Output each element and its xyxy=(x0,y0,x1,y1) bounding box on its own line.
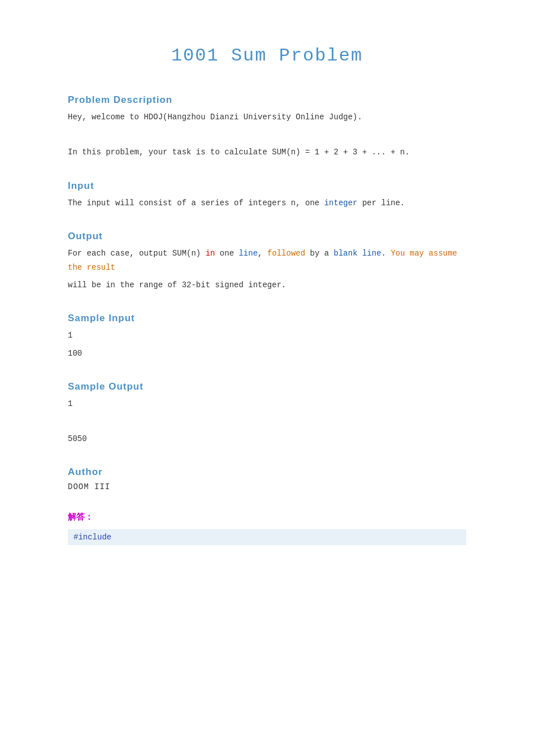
code-include: #include xyxy=(68,529,466,545)
sample-output-val1: 1 xyxy=(68,397,466,411)
problem-description-heading: Problem Description xyxy=(68,94,466,106)
highlight-followed: followed xyxy=(267,249,305,258)
input-line1: The input will consist of a series of in… xyxy=(68,196,466,210)
sample-output-val2: 5050 xyxy=(68,432,466,446)
sample-output-content: 1 5050 xyxy=(68,397,466,447)
page-title: 1001 Sum Problem xyxy=(68,45,466,66)
sample-input-val1: 1 xyxy=(68,329,466,343)
section-sample-output: Sample Output 1 5050 xyxy=(68,381,466,447)
solution-heading: 解答： xyxy=(68,512,466,522)
input-content: The input will consist of a series of in… xyxy=(68,196,466,210)
output-line1: For each case, output SUM(n) in one line… xyxy=(68,247,466,275)
problem-description-content: Hey, welcome to HDOJ(Hangzhou Dianzi Uni… xyxy=(68,110,466,160)
section-sample-input: Sample Input 1 100 xyxy=(68,313,466,360)
section-output: Output For each case, output SUM(n) in o… xyxy=(68,231,466,293)
highlight-integer: integer xyxy=(324,198,358,208)
sample-input-heading: Sample Input xyxy=(68,313,466,324)
problem-desc-line1: Hey, welcome to HDOJ(Hangzhou Dianzi Uni… xyxy=(68,110,466,124)
problem-desc-line2 xyxy=(68,128,466,142)
section-solution: 解答： #include xyxy=(68,512,466,545)
highlight-line1: line xyxy=(238,249,258,258)
problem-desc-line3: In this problem, your task is to calcula… xyxy=(68,145,466,159)
sample-input-content: 1 100 xyxy=(68,329,466,360)
input-heading: Input xyxy=(68,180,466,192)
section-input: Input The input will consist of a series… xyxy=(68,180,466,210)
section-problem-description: Problem Description Hey, welcome to HDOJ… xyxy=(68,94,466,160)
sample-output-heading: Sample Output xyxy=(68,381,466,392)
sample-input-val2: 100 xyxy=(68,347,466,361)
output-heading: Output xyxy=(68,231,466,242)
highlight-line2: line xyxy=(362,249,381,258)
author-heading: Author xyxy=(68,466,466,478)
highlight-in: in xyxy=(206,249,215,258)
output-line2: will be in the range of 32-bit signed in… xyxy=(68,278,466,292)
sample-output-blank xyxy=(68,414,466,429)
highlight-blank: blank xyxy=(334,249,358,258)
output-content: For each case, output SUM(n) in one line… xyxy=(68,247,466,293)
author-name: DOOM III xyxy=(68,482,466,491)
highlight-you: You may assume the result xyxy=(68,249,457,272)
section-author: Author DOOM III xyxy=(68,466,466,491)
page-container: 1001 Sum Problem Problem Description Hey… xyxy=(0,0,534,756)
